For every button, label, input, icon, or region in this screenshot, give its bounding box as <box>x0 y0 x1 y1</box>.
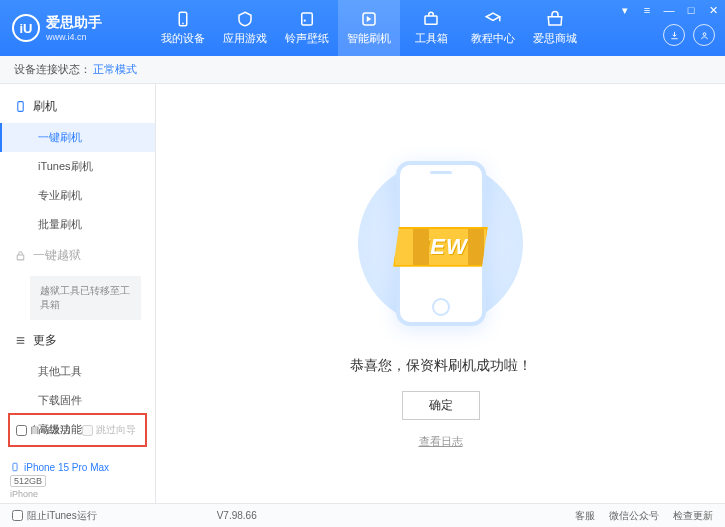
download-icon[interactable] <box>663 24 685 46</box>
footer-link-wechat[interactable]: 微信公众号 <box>609 509 659 523</box>
device-name[interactable]: iPhone 15 Pro Max <box>10 461 145 473</box>
window-controls: ▾ ≡ — □ ✕ <box>617 3 721 17</box>
success-message: 恭喜您，保资料刷机成功啦！ <box>350 357 532 375</box>
footer: 阻止iTunes运行 V7.98.66 客服 微信公众号 检查更新 <box>0 503 725 527</box>
footer-link-update[interactable]: 检查更新 <box>673 509 713 523</box>
auto-activate-checkbox[interactable]: 自动激活 <box>16 423 70 437</box>
logo-area: iU 爱思助手 www.i4.cn <box>12 14 132 42</box>
user-icon[interactable] <box>693 24 715 46</box>
connection-status-bar: 设备连接状态： 正常模式 <box>0 56 725 84</box>
version-label: V7.98.66 <box>217 510 257 521</box>
device-type: iPhone <box>10 489 145 499</box>
svg-rect-7 <box>18 102 23 112</box>
nav-smart-flash[interactable]: 智能刷机 <box>338 0 400 56</box>
svg-point-3 <box>304 19 306 21</box>
sidebar-item-itunes-flash[interactable]: iTunes刷机 <box>0 152 155 181</box>
window-minimize-button[interactable]: — <box>661 3 677 17</box>
nav-ringtones-wallpapers[interactable]: 铃声壁纸 <box>276 0 338 56</box>
status-label: 设备连接状态： <box>14 62 91 77</box>
new-ribbon: NEW <box>393 227 487 267</box>
status-value: 正常模式 <box>93 62 137 77</box>
top-nav: 我的设备 应用游戏 铃声壁纸 智能刷机 工具箱 教程中心 爱思商城 <box>152 0 586 56</box>
nav-apps-games[interactable]: 应用游戏 <box>214 0 276 56</box>
nav-toolbox[interactable]: 工具箱 <box>400 0 462 56</box>
brand-url: www.i4.cn <box>46 32 102 42</box>
main-content: NEW 恭喜您，保资料刷机成功啦！ 确定 查看日志 <box>156 84 725 503</box>
window-maximize-button[interactable]: □ <box>683 3 699 17</box>
logo-icon: iU <box>12 14 40 42</box>
phone-icon <box>10 461 20 473</box>
sidebar: 刷机 一键刷机 iTunes刷机 专业刷机 批量刷机 一键越狱 越狱工具已转移至… <box>0 84 156 503</box>
sidebar-group-more[interactable]: 更多 <box>0 324 155 357</box>
sidebar-item-download-firmware[interactable]: 下载固件 <box>0 386 155 415</box>
sidebar-item-other-tools[interactable]: 其他工具 <box>0 357 155 386</box>
flash-icon <box>14 100 27 113</box>
nav-store[interactable]: 爱思商城 <box>524 0 586 56</box>
block-itunes-checkbox[interactable]: 阻止iTunes运行 <box>12 509 97 523</box>
menu-icon <box>14 334 27 347</box>
view-log-link[interactable]: 查看日志 <box>419 434 463 449</box>
ok-button[interactable]: 确定 <box>402 391 480 420</box>
window-dropdown-button[interactable]: ▾ <box>617 3 633 17</box>
nav-tutorials[interactable]: 教程中心 <box>462 0 524 56</box>
sidebar-group-flash[interactable]: 刷机 <box>0 90 155 123</box>
sidebar-group-jailbreak: 一键越狱 <box>0 239 155 272</box>
footer-link-support[interactable]: 客服 <box>575 509 595 523</box>
success-illustration: NEW <box>321 149 561 339</box>
svg-rect-8 <box>17 255 24 260</box>
header-right-icons <box>663 24 715 46</box>
skip-wizard-checkbox[interactable]: 跳过向导 <box>82 423 136 437</box>
jailbreak-moved-note: 越狱工具已转移至工具箱 <box>30 276 141 320</box>
sidebar-options-box: 自动激活 跳过向导 <box>8 413 147 447</box>
window-close-button[interactable]: ✕ <box>705 3 721 17</box>
header: iU 爱思助手 www.i4.cn 我的设备 应用游戏 铃声壁纸 智能刷机 工具… <box>0 0 725 56</box>
nav-my-device[interactable]: 我的设备 <box>152 0 214 56</box>
brand-title: 爱思助手 <box>46 14 102 32</box>
sidebar-item-batch-flash[interactable]: 批量刷机 <box>0 210 155 239</box>
svg-rect-5 <box>425 16 437 24</box>
lock-icon <box>14 249 27 262</box>
svg-rect-12 <box>13 463 17 471</box>
device-storage: 512GB <box>10 475 46 487</box>
svg-rect-2 <box>302 13 313 25</box>
sidebar-item-pro-flash[interactable]: 专业刷机 <box>0 181 155 210</box>
window-cascade-button[interactable]: ≡ <box>639 3 655 17</box>
sidebar-item-oneclick-flash[interactable]: 一键刷机 <box>0 123 155 152</box>
device-info: iPhone 15 Pro Max 512GB iPhone <box>10 461 145 499</box>
svg-point-6 <box>703 32 706 35</box>
